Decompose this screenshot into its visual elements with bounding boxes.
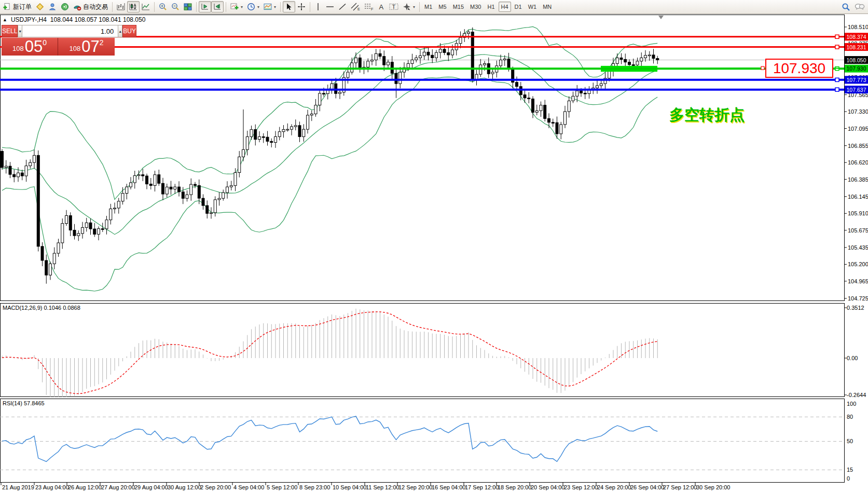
new-order-button[interactable]: 新订单 [1,1,34,12]
line-chart-button[interactable] [140,1,152,12]
person-icon [48,3,57,11]
auto-scroll-button[interactable] [199,1,211,12]
chart-shift-button[interactable] [211,1,224,12]
macd-label: MACD(12,26,9) 0.1046 0.0868 [3,305,80,311]
chart-canvas[interactable]: 108.510108.275108.040107.805107.565107.3… [0,14,868,493]
timeframe-m30[interactable]: M30 [467,2,484,12]
svg-text:E: E [357,7,360,11]
mt4-window: 新订单 [0,0,868,493]
time-tick: 5 Sep 12:00 [267,484,297,490]
timeframe-m1[interactable]: M1 [422,2,435,12]
svg-text:107.773: 107.773 [847,77,866,83]
fibonacci-icon: F [364,3,374,11]
search-icon [842,3,850,11]
community-button[interactable] [46,1,59,12]
clock-icon [247,3,255,11]
sell-price-prefix: 108 [12,43,24,54]
svg-text:T: T [392,4,396,10]
zoom-in-icon [159,3,167,11]
buy-button[interactable]: BUY [122,25,136,37]
new-order-label: 新订单 [13,3,32,11]
indicators-button[interactable]: ▾ [228,1,245,12]
profiles-button[interactable] [34,1,46,12]
volume-increase-button[interactable]: ▲ [118,25,122,37]
caret-down-icon: ▾ [257,5,259,9]
timeframe-w1[interactable]: W1 [526,2,540,12]
template-icon [264,3,272,11]
templates-button[interactable]: ▾ [261,1,278,12]
text-label-icon: T [389,3,398,11]
chart-shift-icon [213,3,222,11]
sell-button[interactable]: SELL [2,25,18,37]
time-tick: 11 Sep 12:00 [366,484,399,490]
auto-trading-button[interactable]: 自动交易 [71,1,110,12]
trendline-button[interactable] [336,1,349,12]
time-tick: 8 Sep 23:00 [299,484,330,490]
time-tick: 27 Aug 20:00 [101,484,135,490]
chart-area[interactable]: 108.510108.275108.040107.805107.565107.3… [0,14,868,493]
volume-input[interactable] [22,25,118,37]
zoom-out-button[interactable] [169,1,182,12]
text-button[interactable]: A [376,1,387,12]
ohlc-values: 108.044 108.057 108.041 108.050 [50,16,146,23]
price-tick: 108.510 [848,24,868,30]
toolbar-separator [154,2,155,12]
collapse-triangle-icon[interactable]: ▲ [3,17,7,22]
vertical-line-button[interactable] [312,1,324,12]
time-tick: 27 Sep 12:00 [663,484,697,490]
time-tick: 20 Sep 04:00 [531,484,564,490]
volume-decrease-button[interactable]: ▼ [18,25,22,37]
time-tick: 26 Aug 12:00 [68,484,102,490]
search-button[interactable] [839,1,852,12]
signals-button[interactable] [59,1,71,12]
svg-text:-0.2644: -0.2644 [847,392,866,398]
periods-button[interactable]: ▾ [245,1,261,12]
arrow-objects-button[interactable]: ▾ [401,1,417,12]
line-chart-icon [142,3,150,11]
crosshair-icon [297,3,306,11]
equidistant-channel-button[interactable]: E [349,1,362,12]
timeframe-m15[interactable]: M15 [450,2,466,12]
price-tick: 106.385 [848,176,868,183]
price-tick: 106.855 [848,143,868,149]
text-icon: A [378,3,385,11]
zoom-in-button[interactable] [157,1,169,12]
crosshair-button[interactable] [295,1,308,12]
indicators-icon [230,3,239,11]
cursor-button[interactable] [283,1,295,12]
svg-text:A: A [379,3,384,11]
price-tick: 104.725 [848,295,868,302]
price-tick: 105.675 [848,227,868,234]
buy-price[interactable]: 108 07 2 [58,38,115,56]
candlestick-chart-icon [129,3,137,11]
bar-chart-button[interactable] [115,1,127,12]
time-tick: 23 Aug 04:00 [35,484,69,490]
fibonacci-button[interactable]: F [362,1,376,12]
svg-text:0: 0 [847,475,850,482]
timeframe-h1[interactable]: H1 [485,2,497,12]
timeframe-h4[interactable]: H4 [499,2,511,12]
price-tick: 105.435 [848,244,868,251]
quote-panel[interactable]: 108 05 0 108 07 2 [2,38,115,56]
time-tick: 10 Sep 04:00 [333,484,366,490]
time-tick: 24 Sep 20:00 [597,484,631,490]
buy-price-big: 07 [81,39,99,54]
horizontal-line-button[interactable] [324,1,336,12]
expert-advisor-icon [73,3,81,11]
sell-price[interactable]: 108 05 0 [2,38,58,56]
text-label-button[interactable]: T [387,1,401,12]
toolbar-separator [112,2,113,12]
tile-windows-button[interactable] [182,1,194,12]
svg-text:15: 15 [847,467,853,473]
equidistant-channel-icon: E [351,3,360,11]
signal-icon [61,3,69,11]
timeframe-mn[interactable]: MN [540,2,554,12]
toolbar-separator [310,2,310,12]
timeframe-d1[interactable]: D1 [512,2,525,12]
community-chat-button[interactable] [852,1,867,12]
turning-point-annotation: 多空转折点 [669,105,745,126]
caret-down-icon: ▾ [241,5,243,9]
timeframe-m5[interactable]: M5 [436,2,449,12]
candlestick-chart-button[interactable] [127,1,140,12]
caret-down-icon: ▾ [274,5,276,9]
